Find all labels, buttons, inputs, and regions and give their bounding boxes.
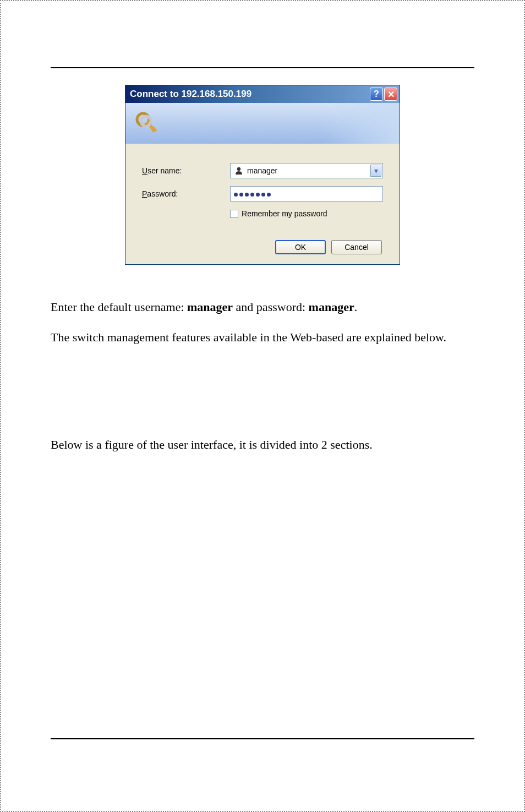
user-icon	[234, 166, 244, 176]
document-text: Enter the default username: manager and …	[51, 298, 474, 454]
password-masked-value	[234, 189, 272, 198]
p1-bold-password: manager	[309, 300, 354, 314]
section-gap	[51, 358, 474, 435]
ok-button[interactable]: OK	[275, 240, 326, 254]
password-input[interactable]	[230, 186, 383, 201]
dialog-title-bar: Connect to 192.168.150.199 ? ✕	[125, 85, 400, 103]
username-row: User name: manager ▾	[142, 163, 383, 178]
p1-mid: and password:	[233, 300, 308, 314]
dialog-title: Connect to 192.168.150.199	[130, 89, 370, 100]
p1-bold-username: manager	[187, 300, 233, 314]
password-label: Password:	[142, 189, 230, 198]
password-row: Password:	[142, 186, 383, 201]
chevron-down-icon: ▾	[374, 166, 378, 175]
dialog-button-row: OK Cancel	[142, 240, 383, 254]
username-label: User name:	[142, 166, 230, 175]
close-button[interactable]: ✕	[384, 88, 397, 101]
page-content: Connect to 192.168.150.199 ? ✕ U	[1, 1, 524, 499]
dialog-form: User name: manager ▾ Password:	[125, 144, 400, 264]
p1-suffix: .	[354, 300, 358, 314]
p1-prefix: Enter the default username:	[51, 300, 187, 314]
cancel-button[interactable]: Cancel	[331, 240, 382, 254]
remember-label: Remember my password	[242, 209, 327, 218]
paragraph-2: The switch management features available…	[51, 328, 474, 346]
paragraph-1: Enter the default username: manager and …	[51, 298, 474, 316]
username-input[interactable]: manager ▾	[230, 163, 383, 178]
close-icon: ✕	[387, 89, 395, 100]
svg-point-4	[237, 167, 240, 171]
banner-lock-graphic	[322, 103, 400, 144]
remember-row: Remember my password	[230, 209, 383, 218]
paragraph-3: Below is a figure of the user interface,…	[51, 435, 474, 454]
credentials-dialog: Connect to 192.168.150.199 ? ✕ U	[125, 85, 400, 265]
bottom-divider	[51, 738, 474, 739]
keys-icon	[132, 108, 162, 138]
top-divider	[51, 67, 474, 68]
username-dropdown-button[interactable]: ▾	[370, 165, 381, 177]
dialog-banner	[125, 103, 400, 144]
remember-checkbox[interactable]	[230, 210, 238, 218]
username-value: manager	[247, 166, 370, 175]
help-button[interactable]: ?	[370, 88, 383, 101]
title-bar-buttons: ? ✕	[370, 88, 397, 101]
